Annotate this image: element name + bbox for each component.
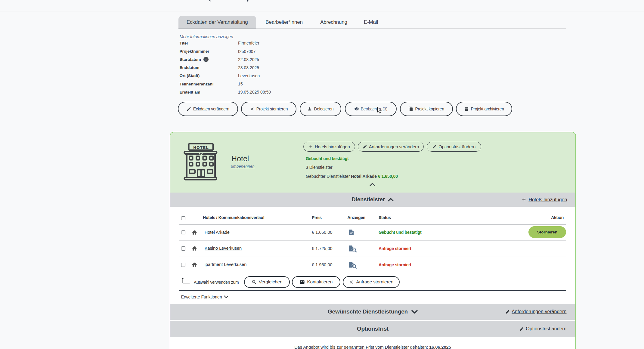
svg-text:HOTEL: HOTEL [193,145,209,150]
